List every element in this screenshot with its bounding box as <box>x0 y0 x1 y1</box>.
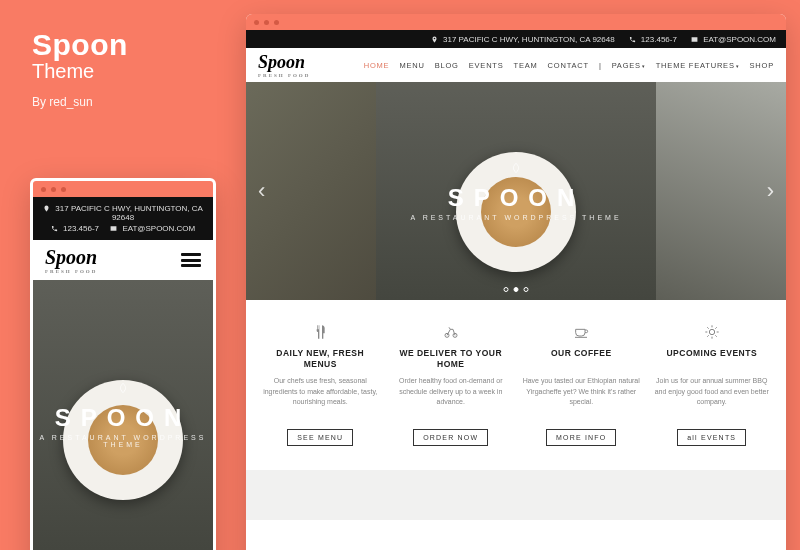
nav-theme-features[interactable]: THEME FEATURES▾ <box>656 61 740 70</box>
promo-subtitle: Theme <box>32 60 128 83</box>
promo-title: Spoon <box>32 28 128 62</box>
slider-next[interactable]: › <box>761 172 780 210</box>
traffic-dot <box>254 20 259 25</box>
hamburger-icon[interactable] <box>181 253 201 267</box>
promo-block: Spoon Theme By red_sun <box>32 28 128 109</box>
phone-icon <box>629 36 636 43</box>
mobile-top-info-bar: 317 PACIFIC C HWY, HUNTINGTON, CA 92648 … <box>33 197 213 240</box>
mobile-address-text: 317 PACIFIC C HWY, HUNTINGTON, CA 92648 <box>55 204 203 222</box>
topbar-address: 317 PACIFIC C HWY, HUNTINGTON, CA 92648 <box>431 35 615 44</box>
pin-icon <box>43 205 50 212</box>
card-cta-see-menu[interactable]: SEE MENU <box>287 429 353 446</box>
logo-text: Spoon <box>45 246 97 268</box>
mobile-hero-title: SPOON <box>55 404 192 432</box>
mobile-email-text: EAT@SPOON.COM <box>122 224 195 233</box>
logo-tagline: FRESH FOOD <box>258 73 310 78</box>
phone-icon <box>51 225 58 232</box>
traffic-dot <box>274 20 279 25</box>
main-nav: Spoon FRESH FOOD HOME MENU BLOG EVENTS T… <box>246 48 786 82</box>
mobile-hero-overlay: SPOON A RESTAURANT WORDPRESS THEME <box>33 280 213 550</box>
card-title: OUR COFFEE <box>521 348 642 370</box>
card-cta-more-info[interactable]: MORE INFO <box>546 429 616 446</box>
hero-tagline: A RESTAURANT WORDPRESS THEME <box>410 214 621 221</box>
nav-menu-item[interactable]: MENU <box>399 61 424 70</box>
nav-divider: | <box>599 61 602 70</box>
card-body: Join us for our annual summer BBQ and en… <box>652 376 773 416</box>
footer-section <box>246 470 786 520</box>
mobile-phone-email: 123.456-7 EAT@SPOON.COM <box>43 223 203 234</box>
slider-prev[interactable]: ‹ <box>252 172 271 210</box>
topbar-phone-text: 123.456-7 <box>641 35 677 44</box>
topbar-email: EAT@SPOON.COM <box>691 35 776 44</box>
utensils-icon <box>260 322 381 342</box>
nav-pages[interactable]: PAGES▾ <box>612 61 646 70</box>
nav-blog[interactable]: BLOG <box>435 61 459 70</box>
traffic-dot <box>41 187 46 192</box>
card-title: UPCOMING EVENTS <box>652 348 773 370</box>
cup-icon <box>521 322 642 342</box>
mobile-nav: Spoon FRESH FOOD <box>33 240 213 280</box>
topbar-address-text: 317 PACIFIC C HWY, HUNTINGTON, CA 92648 <box>443 35 615 44</box>
mail-icon <box>691 36 698 43</box>
card-body: Have you tasted our Ethiopian natural Yi… <box>521 376 642 416</box>
window-titlebar <box>33 181 213 197</box>
mobile-preview-window: 317 PACIFIC C HWY, HUNTINGTON, CA 92648 … <box>30 178 216 550</box>
window-titlebar <box>246 14 786 30</box>
desktop-preview-window: 317 PACIFIC C HWY, HUNTINGTON, CA 92648 … <box>246 14 786 550</box>
nav-team[interactable]: TEAM <box>514 61 538 70</box>
topbar-email-text: EAT@SPOON.COM <box>703 35 776 44</box>
mobile-phone-text: 123.456-7 <box>63 224 99 233</box>
card-body: Order healthy food on-demand or schedule… <box>391 376 512 416</box>
mail-icon <box>110 225 117 232</box>
nav-contact[interactable]: CONTACT <box>548 61 589 70</box>
slider-dots <box>504 287 529 292</box>
mobile-hero-tagline: A RESTAURANT WORDPRESS THEME <box>33 434 213 448</box>
nav-shop[interactable]: SHOP <box>750 61 774 70</box>
mobile-hero: SPOON A RESTAURANT WORDPRESS THEME <box>33 280 213 550</box>
chevron-down-icon: ▾ <box>641 63 646 69</box>
nav-menu: HOME MENU BLOG EVENTS TEAM CONTACT | PAG… <box>364 61 774 70</box>
logo-text: Spoon <box>258 52 305 72</box>
slider-dot-active[interactable] <box>514 287 519 292</box>
traffic-dot <box>61 187 66 192</box>
mobile-address: 317 PACIFIC C HWY, HUNTINGTON, CA 92648 <box>43 203 203 223</box>
logo-tagline: FRESH FOOD <box>45 269 97 274</box>
bike-icon <box>391 322 512 342</box>
slider-dot[interactable] <box>524 287 529 292</box>
nav-events[interactable]: EVENTS <box>469 61 504 70</box>
card-cta-order-now[interactable]: ORDER NOW <box>413 429 488 446</box>
svg-point-0 <box>445 333 449 337</box>
card-coffee: OUR COFFEE Have you tasted our Ethiopian… <box>521 322 642 446</box>
card-delivery: WE DELIVER TO YOUR HOME Order healthy fo… <box>391 322 512 446</box>
nav-home[interactable]: HOME <box>364 61 390 70</box>
hero-title: SPOON <box>448 184 585 212</box>
hero-slider: SPOON A RESTAURANT WORDPRESS THEME ‹ › <box>246 82 786 300</box>
card-body: Our chefs use fresh, seasonal ingredient… <box>260 376 381 416</box>
mobile-logo[interactable]: Spoon FRESH FOOD <box>45 246 97 274</box>
sun-icon <box>652 322 773 342</box>
card-cta-all-events[interactable]: all EVENTS <box>677 429 746 446</box>
promo-byline: By red_sun <box>32 95 128 109</box>
feature-cards: DAILY NEW, FRESH MENUS Our chefs use fre… <box>246 300 786 470</box>
svg-point-2 <box>709 329 714 334</box>
traffic-dot <box>51 187 56 192</box>
chevron-down-icon: ▾ <box>735 63 740 69</box>
leaf-icon <box>508 162 524 178</box>
leaf-icon <box>115 382 131 398</box>
card-menus: DAILY NEW, FRESH MENUS Our chefs use fre… <box>260 322 381 446</box>
topbar-phone: 123.456-7 <box>629 35 677 44</box>
card-events: UPCOMING EVENTS Join us for our annual s… <box>652 322 773 446</box>
pin-icon <box>431 36 438 43</box>
slider-dot[interactable] <box>504 287 509 292</box>
card-title: WE DELIVER TO YOUR HOME <box>391 348 512 370</box>
hero-overlay: SPOON A RESTAURANT WORDPRESS THEME <box>246 82 786 300</box>
top-info-bar: 317 PACIFIC C HWY, HUNTINGTON, CA 92648 … <box>246 30 786 48</box>
traffic-dot <box>264 20 269 25</box>
card-title: DAILY NEW, FRESH MENUS <box>260 348 381 370</box>
site-logo[interactable]: Spoon FRESH FOOD <box>258 52 310 78</box>
